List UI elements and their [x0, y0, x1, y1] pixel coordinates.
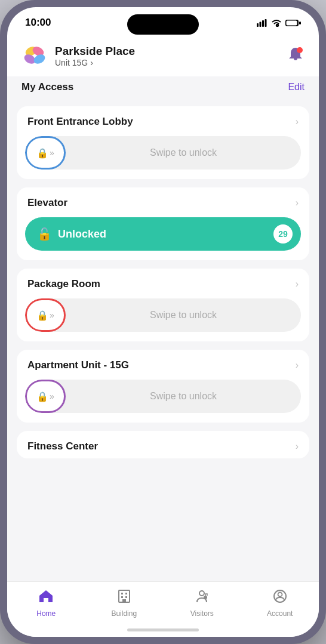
fitness-chevron: › — [296, 441, 299, 452]
scroll-area[interactable]: Front Entrance Lobby › 🔒 » Swipe to unlo… — [7, 100, 319, 581]
svg-rect-14 — [125, 593, 127, 594]
apartment-handle: 🔒 » — [25, 380, 66, 413]
svg-rect-15 — [121, 596, 123, 598]
battery-icon — [285, 19, 301, 27]
svg-rect-17 — [122, 599, 126, 602]
home-nav-label: Home — [36, 609, 56, 618]
lock-icon-3: 🔒 — [36, 391, 48, 402]
svg-rect-16 — [125, 596, 127, 598]
status-time: 10:00 — [25, 17, 51, 29]
package-room-swipe-text: Swipe to unlock — [66, 310, 301, 321]
swipe-arrows-2: » — [50, 310, 54, 320]
svg-point-18 — [199, 591, 204, 596]
swipe-arrows-3: » — [50, 392, 54, 401]
elevator-unlocked-btn[interactable]: 🔓 Unlocked 29 — [25, 217, 301, 251]
status-icons — [257, 19, 301, 27]
lock-icon-2: 🔒 — [36, 310, 48, 321]
unit-label[interactable]: Unit 15G › — [55, 58, 135, 67]
access-card-elevator: Elevator › 🔓 Unlocked 29 — [17, 187, 309, 260]
svg-rect-0 — [257, 23, 259, 27]
visitors-nav-label: Visitors — [190, 609, 214, 618]
nav-item-visitors[interactable]: Visitors — [163, 589, 241, 618]
package-room-handle: 🔒 » — [25, 298, 66, 332]
front-entrance-handle: 🔒 » — [25, 136, 66, 170]
elevator-unlocked-text: Unlocked — [58, 228, 106, 241]
phone-screen: 10:00 — [7, 7, 319, 637]
app-logo — [21, 43, 48, 69]
svg-rect-6 — [287, 20, 297, 25]
svg-rect-13 — [121, 593, 123, 594]
swipe-arrows: » — [50, 148, 54, 158]
home-nav-icon — [38, 589, 54, 607]
building-nav-label: Building — [111, 609, 137, 618]
svg-point-21 — [278, 593, 282, 597]
elevator-title: Elevator — [27, 197, 67, 209]
elevator-body: 🔓 Unlocked 29 — [17, 215, 309, 260]
elevator-unlocked-left: 🔓 Unlocked — [37, 227, 106, 241]
visitors-nav-icon — [195, 589, 209, 607]
apartment-chevron: › — [296, 360, 299, 371]
package-room-chevron: › — [296, 279, 299, 289]
unit-chevron: › — [90, 58, 93, 67]
notification-bell[interactable] — [287, 46, 305, 66]
front-entrance-body: 🔒 » Swipe to unlock — [17, 134, 309, 179]
apartment-swipe-text: Swipe to unlock — [66, 391, 301, 402]
home-indicator — [7, 623, 319, 637]
account-nav-label: Account — [267, 609, 293, 618]
nav-item-account[interactable]: Account — [241, 589, 319, 618]
front-entrance-title: Front Entrance Lobby — [27, 116, 133, 128]
bell-icon — [287, 46, 305, 64]
app-header: Parkside Place Unit 15G › — [7, 33, 319, 76]
access-card-front-entrance: Front Entrance Lobby › 🔒 » Swipe to unlo… — [17, 106, 309, 179]
app-name: Parkside Place — [55, 45, 135, 58]
elevator-unlocked-badge: 29 — [273, 224, 293, 244]
wifi-icon — [271, 19, 282, 27]
svg-rect-1 — [260, 21, 262, 27]
access-card-fitness: Fitness Center › — [17, 431, 309, 458]
svg-rect-5 — [299, 21, 301, 24]
apartment-header[interactable]: Apartment Unit - 15G › — [17, 350, 309, 377]
package-room-title: Package Room — [27, 278, 100, 290]
elevator-chevron: › — [296, 198, 299, 208]
elevator-header[interactable]: Elevator › — [17, 187, 309, 215]
package-room-header[interactable]: Package Room › — [17, 269, 309, 296]
signal-icon — [257, 19, 267, 27]
section-title: My Access — [21, 81, 73, 93]
apartment-body: 🔒 » Swipe to unlock — [17, 377, 309, 423]
svg-point-11 — [297, 47, 303, 53]
header-left: Parkside Place Unit 15G › — [21, 43, 135, 69]
lock-icon: 🔒 — [36, 147, 48, 159]
account-nav-icon — [273, 589, 287, 607]
access-card-apartment: Apartment Unit - 15G › 🔒 » Swipe to unlo… — [17, 350, 309, 423]
fitness-header[interactable]: Fitness Center › — [17, 431, 309, 458]
apartment-swipe-btn[interactable]: 🔒 » Swipe to unlock — [25, 380, 301, 413]
package-room-body: 🔒 » Swipe to unlock — [17, 296, 309, 341]
edit-button[interactable]: Edit — [288, 82, 305, 93]
apartment-title: Apartment Unit - 15G — [27, 359, 129, 371]
dynamic-island — [127, 14, 199, 35]
nav-item-home[interactable]: Home — [7, 589, 85, 618]
home-bar — [127, 628, 199, 631]
access-card-package-room: Package Room › 🔒 » Swipe to unlock — [17, 269, 309, 341]
front-entrance-swipe-btn[interactable]: 🔒 » Swipe to unlock — [25, 136, 301, 170]
app-content: Parkside Place Unit 15G › — [7, 33, 319, 637]
svg-point-19 — [204, 596, 207, 599]
front-entrance-chevron: › — [296, 116, 299, 127]
building-nav-icon — [117, 589, 131, 607]
fitness-title: Fitness Center — [27, 440, 98, 452]
package-room-swipe-btn[interactable]: 🔒 » Swipe to unlock — [25, 298, 301, 332]
bottom-nav: Home Building — [7, 581, 319, 623]
header-text: Parkside Place Unit 15G › — [55, 45, 135, 68]
svg-rect-3 — [265, 19, 267, 27]
front-entrance-header[interactable]: Front Entrance Lobby › — [17, 106, 309, 134]
phone-frame: 10:00 — [0, 0, 326, 644]
front-entrance-swipe-text: Swipe to unlock — [66, 147, 301, 158]
unlocked-lock-icon: 🔓 — [37, 227, 52, 241]
svg-rect-2 — [262, 20, 264, 27]
section-header: My Access Edit — [7, 76, 319, 100]
nav-item-building[interactable]: Building — [85, 589, 164, 618]
